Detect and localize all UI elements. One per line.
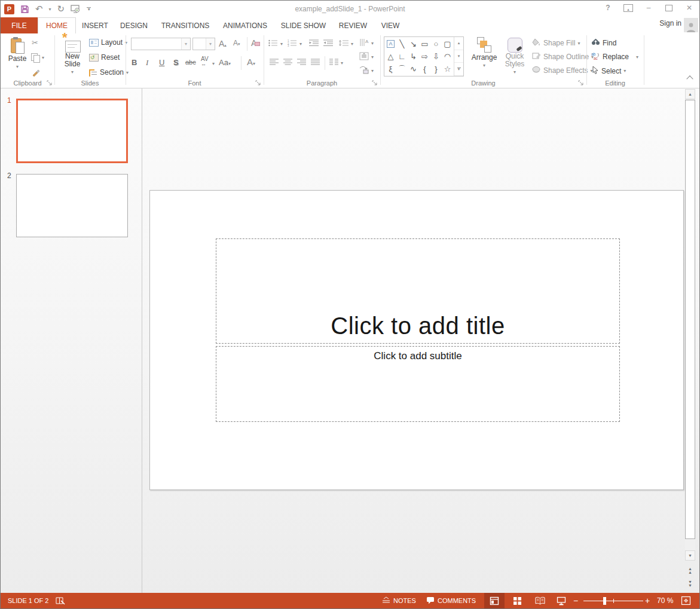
slide-thumbnail-2[interactable]: [16, 174, 128, 237]
increase-indent-button[interactable]: [323, 39, 333, 48]
align-text-button[interactable]: ▾: [359, 52, 374, 62]
numbering-button[interactable]: 123▾: [288, 39, 302, 48]
close-icon[interactable]: ✕: [681, 2, 697, 14]
find-button[interactable]: Find: [591, 38, 616, 48]
tab-transitions[interactable]: TRANSITIONS: [154, 17, 217, 33]
zoom-level[interactable]: 70 %: [657, 593, 673, 608]
justify-button[interactable]: [311, 59, 320, 68]
shape-scribble[interactable]: ξ: [385, 63, 396, 75]
shape-elbow-connector[interactable]: ∟: [396, 50, 408, 63]
shape-right-brace[interactable]: }: [430, 63, 442, 75]
shape-elbow-arrow-connector[interactable]: ↳: [408, 50, 419, 63]
paste-button[interactable]: Paste ▾: [5, 37, 29, 71]
format-painter-button[interactable]: [32, 68, 40, 78]
layout-button[interactable]: Layout▾: [89, 38, 127, 47]
tab-home[interactable]: HOME: [38, 17, 76, 33]
font-name-combo[interactable]: ▾: [131, 38, 191, 50]
align-left-button[interactable]: [270, 59, 279, 68]
bullets-button[interactable]: ▾: [268, 39, 283, 48]
maximize-icon[interactable]: [661, 2, 677, 14]
tab-view[interactable]: VIEW: [372, 17, 408, 33]
fit-slide-to-window-icon[interactable]: [681, 593, 691, 608]
shape-star[interactable]: ☆: [442, 63, 453, 75]
shape-gallery-up-icon[interactable]: ▴: [454, 37, 463, 50]
columns-button[interactable]: ▾: [329, 59, 343, 68]
shape-left-brace[interactable]: {: [419, 63, 430, 75]
shape-triangle[interactable]: △: [385, 50, 396, 63]
quick-styles-button[interactable]: Quick Styles ▾: [501, 37, 528, 76]
font-name-dropdown-icon[interactable]: ▾: [181, 38, 190, 50]
align-center-button[interactable]: [283, 59, 292, 68]
change-case-button[interactable]: Aa▾: [219, 58, 231, 67]
grow-font-button[interactable]: A▴: [219, 39, 227, 48]
shape-rounded-corner[interactable]: ◠: [442, 50, 453, 63]
scroll-up-icon[interactable]: ▲: [685, 89, 695, 99]
zoom-in-button[interactable]: +: [645, 593, 650, 608]
shape-oval[interactable]: ○: [430, 38, 442, 50]
shape-gallery-more-icon[interactable]: ▾: [454, 63, 463, 76]
align-right-button[interactable]: [297, 59, 306, 68]
normal-view-button[interactable]: [484, 593, 505, 608]
arrange-button[interactable]: Arrange ▾: [469, 37, 500, 69]
shape-effects-button[interactable]: Shape Effects▾: [532, 66, 593, 75]
collapse-ribbon-icon[interactable]: [687, 75, 692, 83]
notes-button[interactable]: NOTES: [382, 593, 416, 608]
sign-in-link[interactable]: Sign in: [659, 19, 681, 27]
font-dialog-launcher-icon[interactable]: [255, 79, 261, 86]
comments-button[interactable]: COMMENTS: [426, 593, 476, 608]
tab-animations[interactable]: ANIMATIONS: [217, 17, 273, 33]
shape-down-arrow[interactable]: ⇩: [430, 50, 442, 63]
spell-check-icon[interactable]: [56, 593, 65, 608]
shape-right-arrow[interactable]: ⇨: [419, 50, 430, 63]
text-shadow-button[interactable]: S: [173, 58, 179, 67]
title-placeholder[interactable]: Click to add title: [216, 238, 620, 344]
shape-fill-button[interactable]: Shape Fill▾: [532, 38, 580, 48]
copy-button[interactable]: ▾: [31, 53, 44, 62]
scrollbar-thumb[interactable]: [685, 100, 695, 539]
clear-formatting-button[interactable]: A: [251, 38, 260, 50]
previous-slide-button[interactable]: ▲▲: [685, 565, 695, 576]
reading-view-button[interactable]: [530, 593, 550, 608]
shape-text-box[interactable]: A: [385, 38, 396, 50]
font-color-button[interactable]: A▾: [247, 57, 255, 67]
subtitle-placeholder[interactable]: Click to add subtitle: [216, 346, 620, 422]
help-icon[interactable]: ?: [600, 2, 616, 14]
character-spacing-button[interactable]: AV↔: [201, 56, 209, 67]
paragraph-dialog-launcher-icon[interactable]: [371, 79, 378, 86]
minimize-icon[interactable]: –: [641, 2, 656, 14]
tab-file[interactable]: FILE: [1, 17, 38, 33]
shape-curve[interactable]: ∿: [408, 63, 419, 75]
text-direction-button[interactable]: A▾: [359, 38, 374, 48]
select-button[interactable]: Select▾: [591, 66, 626, 76]
section-button[interactable]: Section▾: [89, 68, 129, 76]
convert-to-smartart-button[interactable]: ▾: [359, 66, 374, 76]
tab-design[interactable]: DESIGN: [114, 17, 154, 33]
thumbnail-panel-divider[interactable]: [142, 88, 142, 594]
tab-insert[interactable]: INSERT: [76, 17, 114, 33]
shape-rectangle[interactable]: ▭: [419, 38, 430, 50]
shape-line[interactable]: ╲: [396, 38, 408, 50]
decrease-indent-button[interactable]: [309, 39, 319, 48]
tab-slide-show[interactable]: SLIDE SHOW: [273, 17, 334, 33]
shape-rounded-rectangle[interactable]: ▢: [442, 38, 453, 50]
zoom-out-button[interactable]: −: [573, 593, 578, 608]
zoom-slider-handle[interactable]: [603, 597, 606, 605]
strikethrough-button[interactable]: abc: [185, 59, 196, 66]
avatar[interactable]: [684, 18, 698, 32]
bold-button[interactable]: B: [132, 58, 137, 67]
slide-thumbnail-1[interactable]: [16, 99, 128, 163]
new-slide-button[interactable]: * New Slide ▾: [59, 37, 85, 76]
tab-review[interactable]: REVIEW: [334, 17, 372, 33]
shape-outline-button[interactable]: Shape Outline▾: [532, 52, 594, 62]
drawing-dialog-launcher-icon[interactable]: [577, 79, 584, 86]
shape-gallery-down-icon[interactable]: ▾: [454, 50, 463, 63]
shape-arc[interactable]: ⌒: [396, 63, 408, 75]
font-size-dropdown-icon[interactable]: ▾: [206, 38, 215, 50]
scroll-down-icon[interactable]: ▼: [685, 550, 695, 561]
shrink-font-button[interactable]: A▾: [233, 39, 240, 47]
shape-line-arrow[interactable]: ↘: [408, 38, 419, 50]
replace-button[interactable]: abac Replace▾: [591, 52, 638, 62]
slide-canvas[interactable]: Click to add title Click to add subtitle: [149, 190, 684, 490]
cut-button[interactable]: ✂: [32, 38, 38, 47]
line-spacing-button[interactable]: ▾: [339, 39, 353, 48]
